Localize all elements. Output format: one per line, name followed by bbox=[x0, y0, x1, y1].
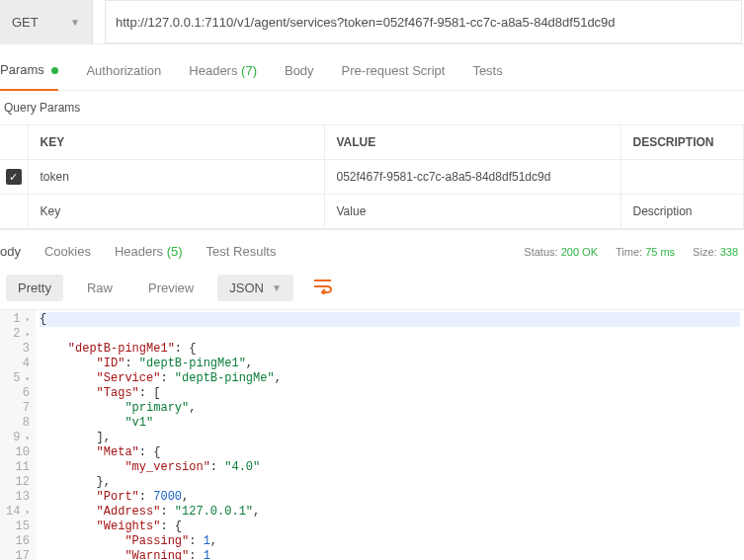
http-method-select[interactable]: GET ▼ bbox=[0, 0, 93, 43]
http-method-value: GET bbox=[12, 15, 39, 30]
tab-headers-count: (7) bbox=[241, 63, 257, 78]
format-bar: Pretty Raw Preview JSON ▼ bbox=[0, 267, 744, 309]
code-content[interactable]: { "deptB-pingMe1": { "ID": "deptB-pingMe… bbox=[36, 310, 744, 560]
size-value: 338 bbox=[720, 246, 738, 258]
line-gutter: 1234567891011121314151617181920 bbox=[0, 310, 36, 560]
param-key-placeholder[interactable]: Key bbox=[28, 195, 324, 229]
row-checkbox-cell[interactable]: ✓ bbox=[0, 160, 28, 195]
col-key: KEY bbox=[28, 125, 324, 160]
tab-prerequest[interactable]: Pre-request Script bbox=[342, 63, 446, 90]
url-value: http://127.0.0.1:7110/v1/agent/services?… bbox=[116, 15, 616, 30]
response-body-code[interactable]: 1234567891011121314151617181920 { "deptB… bbox=[0, 309, 744, 560]
table-header-row: KEY VALUE DESCRIPTION bbox=[0, 125, 744, 160]
table-row-new[interactable]: Key Value Description bbox=[0, 195, 744, 229]
col-value: VALUE bbox=[324, 125, 620, 160]
tab-headers[interactable]: Headers (7) bbox=[189, 63, 257, 90]
tab-response-headers-label: Headers bbox=[115, 244, 163, 259]
tab-tests[interactable]: Tests bbox=[472, 63, 502, 90]
query-params-title: Query Params bbox=[0, 91, 744, 124]
wrap-lines-button[interactable] bbox=[305, 275, 341, 301]
tab-params-label: Params bbox=[0, 62, 44, 77]
table-row[interactable]: ✓ token 052f467f-9581-cc7c-a8a5-84d8df51… bbox=[0, 160, 744, 195]
query-params-table: KEY VALUE DESCRIPTION ✓ token 052f467f-9… bbox=[0, 124, 744, 229]
size-label: Size: 338 bbox=[693, 246, 738, 258]
tab-authorization[interactable]: Authorization bbox=[86, 63, 161, 90]
tab-params[interactable]: Params bbox=[0, 62, 58, 91]
request-tabs: Params Authorization Headers (7) Body Pr… bbox=[0, 44, 744, 91]
tab-headers-label: Headers bbox=[189, 63, 237, 78]
format-lang-value: JSON bbox=[229, 280, 264, 295]
tab-response-headers[interactable]: Headers (5) bbox=[115, 244, 183, 259]
row-checkbox-cell-empty bbox=[0, 195, 28, 229]
format-pretty-button[interactable]: Pretty bbox=[6, 275, 63, 301]
tab-response-headers-count: (5) bbox=[167, 244, 183, 259]
checkbox-checked-icon[interactable]: ✓ bbox=[6, 169, 22, 185]
checkbox-header bbox=[0, 125, 28, 160]
tab-response-cookies[interactable]: Cookies bbox=[44, 244, 91, 259]
chevron-down-icon: ▼ bbox=[272, 282, 282, 293]
response-status-block: Status: 200 OK Time: 75 ms Size: 338 bbox=[524, 246, 744, 258]
param-description-placeholder[interactable]: Description bbox=[620, 195, 744, 229]
status-value: 200 OK bbox=[561, 246, 598, 258]
param-description[interactable] bbox=[620, 160, 744, 195]
wrap-icon bbox=[313, 279, 333, 294]
status-label: Status: 200 OK bbox=[524, 246, 598, 258]
param-value[interactable]: 052f467f-9581-cc7c-a8a5-84d8df51dc9d bbox=[324, 160, 620, 195]
url-input[interactable]: http://127.0.0.1:7110/v1/agent/services?… bbox=[105, 0, 742, 43]
tab-body[interactable]: Body bbox=[285, 63, 314, 90]
col-description: DESCRIPTION bbox=[620, 125, 744, 160]
format-lang-select[interactable]: JSON ▼ bbox=[217, 275, 293, 301]
request-row: GET ▼ http://127.0.0.1:7110/v1/agent/ser… bbox=[0, 0, 744, 44]
response-tabs: ody Cookies Headers (5) Test Results Sta… bbox=[0, 229, 744, 267]
param-value-placeholder[interactable]: Value bbox=[324, 195, 620, 229]
format-raw-button[interactable]: Raw bbox=[75, 275, 124, 301]
format-preview-button[interactable]: Preview bbox=[136, 275, 206, 301]
time-value: 75 ms bbox=[645, 246, 675, 258]
tab-response-body[interactable]: ody bbox=[0, 244, 21, 259]
tab-response-testresults[interactable]: Test Results bbox=[207, 244, 277, 259]
params-active-dot-icon bbox=[51, 67, 58, 74]
time-label: Time: 75 ms bbox=[616, 246, 675, 258]
chevron-down-icon: ▼ bbox=[70, 17, 80, 28]
param-key[interactable]: token bbox=[28, 160, 324, 195]
